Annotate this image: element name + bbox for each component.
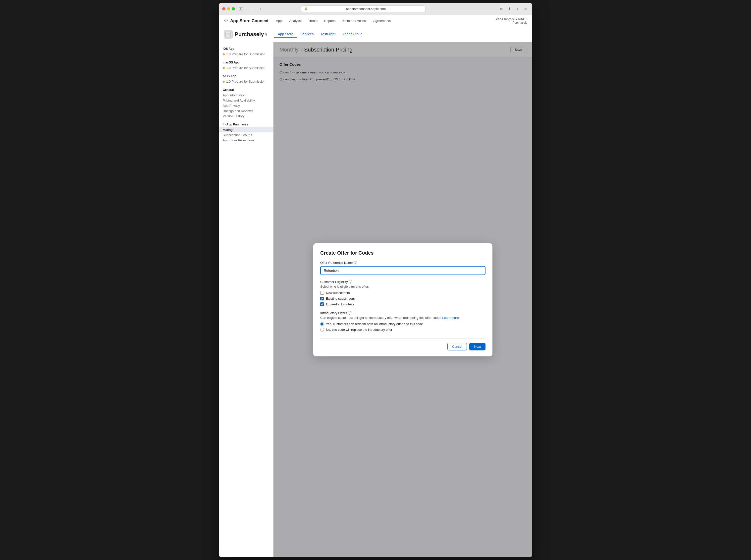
tab-app-store[interactable]: App Store [274, 31, 297, 38]
app-title-text: Purchasely [235, 31, 264, 38]
sidebar: iOS App 1.0 Prepare for Submission macOS… [219, 42, 273, 557]
traffic-lights [222, 7, 235, 11]
address-bar[interactable]: 🔒 appstoreconnect.apple.com [301, 5, 426, 12]
download-icon[interactable]: ⊕ [498, 5, 505, 12]
checkbox-new-subscribers[interactable]: New subscribers [320, 291, 486, 295]
radio-yes-both-label: Yes, customers can redeem both an introd… [326, 322, 423, 326]
user-name: Jean-François GRANG › [495, 17, 527, 21]
checkbox-expired-subscribers-input[interactable] [320, 302, 324, 306]
sidebar-item-ios-prepare[interactable]: 1.0 Prepare for Submission [219, 52, 273, 57]
radio-no-replace-label: No, this code will replace the introduct… [326, 328, 392, 332]
sidebar-item-ratings[interactable]: Ratings and Reviews [219, 108, 273, 114]
offer-reference-name-input[interactable] [320, 266, 486, 275]
content-area: Monthly › Subscription Pricing Save Offe… [273, 42, 532, 557]
app-title-chevron-icon[interactable]: ∨ [265, 32, 267, 36]
status-dot-ios [223, 53, 225, 55]
modal-footer: Cancel Next [320, 339, 486, 351]
sidebar-item-privacy[interactable]: App Privacy [219, 103, 273, 108]
customer-eligibility-subtitle: Select who is eligible for this offer: [320, 285, 486, 288]
checkbox-existing-subscribers[interactable]: Existing subscribers [320, 297, 486, 300]
sidebar-item-version-history[interactable]: Version History [219, 114, 273, 119]
radio-yes-both-input[interactable] [320, 322, 324, 326]
status-dot-tvos [223, 81, 225, 83]
browser-controls: ‹ › [248, 5, 264, 12]
close-button[interactable] [222, 7, 225, 11]
cancel-button[interactable]: Cancel [447, 343, 467, 351]
customer-eligibility-help-icon[interactable]: ? [349, 280, 352, 283]
share-icon[interactable]: ⬆ [506, 5, 513, 12]
nav-agreements[interactable]: Agreements [373, 19, 391, 23]
tab-xcode-cloud[interactable]: Xcode Cloud [339, 31, 366, 38]
customer-eligibility-label: Customer Eligibility ? [320, 280, 486, 284]
checkbox-existing-subscribers-input[interactable] [320, 297, 324, 300]
radio-yes-both[interactable]: Yes, customers can redeem both an introd… [320, 322, 486, 326]
introductory-offers-help-icon[interactable]: ? [348, 311, 351, 315]
sidebar-section-tvos: tvOS App 1.0 Prepare for Submission [219, 74, 273, 84]
sidebar-toggle-icon[interactable] [237, 5, 244, 12]
offer-reference-help-icon[interactable]: ? [354, 261, 357, 264]
customer-eligibility-group: Customer Eligibility ? Select who is eli… [320, 280, 486, 306]
nav-trends[interactable]: Trends [308, 19, 318, 23]
radio-no-replace[interactable]: No, this code will replace the introduct… [320, 328, 486, 332]
svg-rect-1 [241, 7, 243, 10]
grid-icon[interactable]: ⊞ [522, 5, 529, 12]
sidebar-section-general: General App Information Pricing and Avai… [219, 87, 273, 119]
browser-actions: ⊕ ⬆ + ⊞ [498, 5, 529, 12]
tab-services[interactable]: Services [297, 31, 317, 38]
sidebar-item-macos-prepare[interactable]: 1.0 Prepare for Submission [219, 65, 273, 71]
minimize-button[interactable] [227, 7, 230, 11]
main-layout: iOS App 1.0 Prepare for Submission macOS… [219, 42, 532, 557]
sidebar-item-tvos-prepare[interactable]: 1.0 Prepare for Submission [219, 79, 273, 84]
top-nav: App Store Connect Apps Analytics Trends … [219, 15, 532, 27]
introductory-offers-label: Introductory Offers ? [320, 311, 486, 315]
top-nav-links: Apps Analytics Trends Reports Users and … [276, 19, 495, 23]
sidebar-section-title-macos: macOS App [219, 60, 273, 65]
offer-reference-name-label: Offer Reference Name ? [320, 261, 486, 264]
checkbox-new-subscribers-label: New subscribers [326, 291, 350, 295]
forward-button[interactable]: › [257, 5, 264, 12]
learn-more-link[interactable]: Learn more [442, 316, 459, 320]
user-org: Purchasely [495, 21, 527, 24]
svg-rect-0 [239, 7, 240, 10]
modal-overlay[interactable]: Create Offer for Codes Offer Reference N… [273, 42, 532, 557]
browser-chrome: ‹ › 🔒 appstoreconnect.apple.com ⊕ ⬆ + ⊞ [219, 3, 532, 15]
checkbox-expired-subscribers-label: Expired subscribers [326, 302, 354, 306]
tab-testflight[interactable]: TestFlight [317, 31, 339, 38]
checkbox-existing-subscribers-label: Existing subscribers [326, 297, 355, 300]
sidebar-item-app-store-promotions[interactable]: App Store Promotions [219, 138, 273, 143]
maximize-button[interactable] [232, 7, 235, 11]
sidebar-section-iap: In-App Purchases Manage Subscription Gro… [219, 122, 273, 143]
app-logo-text: App Store Connect [230, 18, 268, 23]
nav-analytics[interactable]: Analytics [289, 19, 302, 23]
nav-apps[interactable]: Apps [276, 19, 283, 23]
sidebar-section-macos: macOS App 1.0 Prepare for Submission [219, 60, 273, 71]
user-info[interactable]: Jean-François GRANG › Purchasely [495, 17, 527, 24]
next-button[interactable]: Next [469, 343, 486, 351]
status-dot-macos [223, 67, 225, 69]
nav-reports[interactable]: Reports [324, 19, 336, 23]
checkbox-expired-subscribers[interactable]: Expired subscribers [320, 302, 486, 306]
checkbox-new-subscribers-input[interactable] [320, 291, 324, 295]
app-icon [224, 30, 233, 39]
app-container: App Store Connect Apps Analytics Trends … [219, 15, 532, 557]
sidebar-item-pricing[interactable]: Pricing and Availability [219, 98, 273, 103]
sidebar-section-title-iap: In-App Purchases [219, 122, 273, 127]
nav-users-access[interactable]: Users and Access [341, 19, 367, 23]
sidebar-item-app-info[interactable]: App Information [219, 93, 273, 98]
app-title: Purchasely ∨ [235, 31, 267, 38]
sidebar-section-title-ios: iOS App [219, 46, 273, 52]
apple-icon [224, 19, 228, 23]
sub-nav: Purchasely ∨ App Store Services TestFlig… [219, 27, 532, 42]
introductory-offers-group: Introductory Offers ? Can eligible custo… [320, 311, 486, 332]
sidebar-section-title-general: General [219, 87, 273, 93]
modal-title: Create Offer for Codes [320, 250, 486, 256]
sidebar-item-subscription-groups[interactable]: Subscription Groups [219, 133, 273, 138]
radio-no-replace-input[interactable] [320, 328, 324, 332]
sidebar-item-manage[interactable]: Manage [219, 127, 273, 133]
app-logo: App Store Connect [224, 18, 268, 23]
sub-nav-tabs: App Store Services TestFlight Xcode Clou… [274, 31, 366, 38]
sidebar-section-ios: iOS App 1.0 Prepare for Submission [219, 46, 273, 57]
back-button[interactable]: ‹ [248, 5, 255, 12]
new-tab-icon[interactable]: + [514, 5, 521, 12]
address-text: appstoreconnect.apple.com [309, 7, 422, 11]
